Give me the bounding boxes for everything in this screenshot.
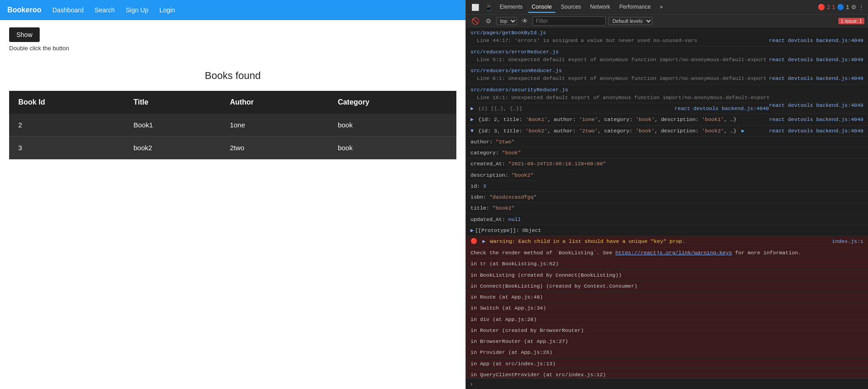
obj-prototype: ▶[[Prototype]]: Object <box>466 225 868 236</box>
tab-more[interactable]: » <box>656 2 667 13</box>
devtools-panel: ⬜ 📱 Elements Console Sources Network Per… <box>465 0 868 389</box>
brand-logo: Bookeroo <box>7 6 42 14</box>
stack-10: in App (at src/index.js:13) <box>466 358 868 369</box>
issue-badge: 1 issue: 1 <box>838 18 864 24</box>
devtools-toolbar: 🚫 ⚙ top 👁 Default levels 1 issue: 1 <box>466 15 868 27</box>
clear-console-icon[interactable]: 🚫 <box>470 16 481 26</box>
ref-warning[interactable]: index.js:1 <box>832 237 863 245</box>
console-prompt: › <box>466 378 868 389</box>
error-icon: 🔴 <box>471 238 477 245</box>
eye-icon[interactable]: 👁 <box>520 16 530 26</box>
table-row: 2Book11onebook <box>9 114 456 137</box>
table-cell-category: book <box>329 137 456 159</box>
col-header-id: Book Id <box>9 91 124 114</box>
ref-arr1[interactable]: react devtools backend.js:4049 <box>675 105 769 112</box>
devtools-inspect-icon[interactable]: ⬜ <box>470 3 481 12</box>
filepath-getbookbyid[interactable]: src/pages/getBookById.js <box>471 30 546 36</box>
obj-category: category: "book" <box>466 147 868 158</box>
log-entry-securityreducer: src/reducers/securityReducer.js Line 16:… <box>466 84 868 104</box>
expand-warning[interactable]: ▶ <box>482 238 486 244</box>
devtools-top-icons: 🔴 2 1 🔵 1 ⚙ ⋮ <box>818 4 864 11</box>
stack-4: in Route (at App.js:48) <box>466 292 868 303</box>
nav-dashboard[interactable]: Dashboard <box>52 6 84 14</box>
show-button[interactable]: Show <box>9 27 40 42</box>
navbar: Bookeroo Dashboard Search Sign Up Login <box>0 0 465 20</box>
stack-3: in Connect(BookListing) (created by Cont… <box>466 281 868 292</box>
log-level-selector[interactable]: Default levels <box>608 17 653 25</box>
log-entry-personreducer: src/reducers/personReducer.js Line 8:1: … <box>466 65 868 84</box>
tab-console[interactable]: Console <box>528 2 555 13</box>
filter-input[interactable] <box>533 16 606 26</box>
col-header-category: Category <box>329 91 456 114</box>
main-content: Show Double click the button Books found… <box>0 20 465 389</box>
console-log[interactable]: src/pages/getBookById.js Line 44:17: 'er… <box>466 27 868 378</box>
stack-5: in Switch (at App.js:34) <box>466 303 868 314</box>
stack-6: in div (at App.js:28) <box>466 314 868 325</box>
tab-performance[interactable]: Performance <box>616 2 654 13</box>
obj-description: description: "book2" <box>466 170 868 181</box>
stack-7: in Router (created by BrowserRouter) <box>466 325 868 336</box>
expand-arr1[interactable]: ▶ <box>471 105 474 111</box>
table-cell-author: 1one <box>221 114 329 137</box>
books-heading: Books found <box>9 70 456 82</box>
ref-book2[interactable]: react devtools backend.js:4049 <box>769 127 863 135</box>
stack-2: in BookListing (created by Connect(BookL… <box>466 270 868 281</box>
log-entry-errorreducer: src/reducers/errorReducer.js Line 5:1: U… <box>466 47 868 66</box>
tab-network[interactable]: Network <box>586 2 614 13</box>
table-row: 3book22twobook <box>9 137 456 159</box>
table-cell-id: 2 <box>9 114 124 137</box>
devtools-device-icon[interactable]: 📱 <box>483 3 494 12</box>
obj-author: author: "2two" <box>466 137 868 147</box>
table-cell-author: 2two <box>221 137 329 159</box>
error-count-badge: 🔴 2 1 <box>818 4 835 11</box>
prompt-symbol: › <box>471 380 472 387</box>
filepath-errorreducer[interactable]: src/reducers/errorReducer.js <box>471 49 559 55</box>
table-cell-title: Book1 <box>124 114 220 137</box>
warning-count-badge: 🔵 1 <box>837 4 849 11</box>
log-entry-book2-expanded: ▼ {id: 3, title: 'book2', author: '2two'… <box>466 126 868 137</box>
obj-updated-at: updated_At: null <box>466 214 868 225</box>
books-table: Book Id Title Author Category 2Book11one… <box>9 91 456 159</box>
tab-sources[interactable]: Sources <box>557 2 585 13</box>
col-header-title: Title <box>124 91 220 114</box>
expand-book2[interactable]: ▼ <box>471 128 474 134</box>
stack-8: in BrowserRouter (at App.js:27) <box>466 336 868 347</box>
log-entry-getbookbyid: src/pages/getBookById.js Line 44:17: 'er… <box>466 27 868 47</box>
double-click-hint: Double click the button <box>9 45 456 52</box>
context-selector[interactable]: top <box>496 17 517 25</box>
obj-isbn: isbn: "dasdzxcasdfgq" <box>466 192 868 203</box>
ref-getbookbyid[interactable]: react devtools backend.js:4049 <box>769 37 863 44</box>
stack-9: in Provider (at App.js:26) <box>466 347 868 358</box>
warning-link[interactable]: https://reactjs.org/link/warning-keys <box>615 250 732 256</box>
log-entry-book1-collapsed: ▶ {id: 2, title: 'Book1', author: '1one'… <box>466 114 868 125</box>
books-tbody: 2Book11onebook3book22twobook <box>9 114 456 159</box>
filepath-personreducer[interactable]: src/reducers/personReducer.js <box>471 68 562 74</box>
nav-login[interactable]: Login <box>159 6 175 14</box>
settings-icon[interactable]: ⚙ <box>851 4 857 11</box>
table-cell-title: book2 <box>124 137 220 159</box>
col-header-author: Author <box>221 91 329 114</box>
console-settings-icon[interactable]: ⚙ <box>484 16 493 26</box>
ref-securityreducer[interactable]: react devtools backend.js:4049 <box>769 101 863 109</box>
obj-title: title: "book2" <box>466 203 868 214</box>
filepath-securityreducer[interactable]: src/reducers/securityReducer.js <box>471 87 568 93</box>
ref-book1[interactable]: react devtools backend.js:4049 <box>769 116 863 123</box>
obj-created-at: created_At: "2021-09-24T15:00:18.129+00:… <box>466 158 868 169</box>
obj-id: id: 3 <box>466 181 868 192</box>
expand-book1[interactable]: ▶ <box>471 116 474 122</box>
nav-search[interactable]: Search <box>94 6 115 14</box>
table-cell-category: book <box>329 114 456 137</box>
more-options-icon[interactable]: ⋮ <box>858 4 864 11</box>
log-entry-warning-detail: Check the render method of `BookListing`… <box>466 247 868 258</box>
stack-11: in QueryClientProvider (at src/index.js:… <box>466 369 868 378</box>
stack-1: in tr (at BookListing.js:62) <box>466 258 868 269</box>
devtools-topbar: ⬜ 📱 Elements Console Sources Network Per… <box>466 0 868 15</box>
tab-elements[interactable]: Elements <box>496 2 526 13</box>
table-cell-id: 3 <box>9 137 124 159</box>
log-entry-warning: 🔴 ▶ Warning: Each child in a list should… <box>466 236 868 247</box>
nav-signup[interactable]: Sign Up <box>126 6 149 14</box>
expand-inline-icon[interactable]: ▶ <box>742 128 745 134</box>
ref-errorreducer[interactable]: react devtools backend.js:4049 <box>769 56 863 63</box>
ref-personreducer[interactable]: react devtools backend.js:4049 <box>769 74 863 82</box>
